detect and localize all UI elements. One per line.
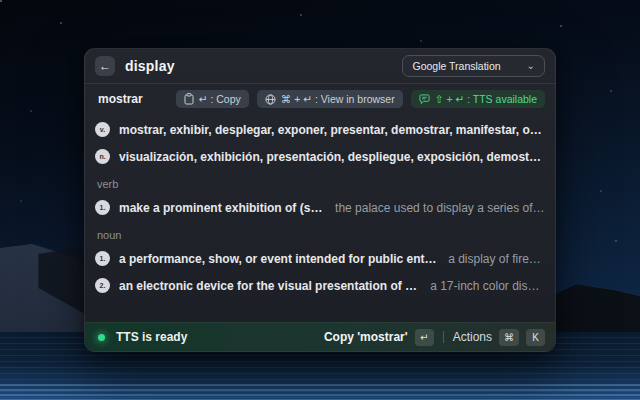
definition-example: a 17-inch color display xyxy=(430,279,545,293)
chevron-down-icon: ⌄ xyxy=(527,63,535,69)
globe-icon xyxy=(265,94,276,105)
status-bar: TTS is ready Copy 'mostrar' ↵ Actions ⌘ … xyxy=(85,322,555,351)
list-item-definition[interactable]: 1. a performance, show, or event intende… xyxy=(95,245,545,272)
footer-divider xyxy=(443,331,444,343)
footer-actions: Copy 'mostrar' ↵ Actions ⌘ K xyxy=(324,329,545,346)
k-key-badge[interactable]: K xyxy=(526,329,545,346)
list-item-definition[interactable]: 2. an electronic device for the visual p… xyxy=(95,272,545,299)
window-header: ← display Google Translation ⌄ xyxy=(85,49,555,84)
view-in-browser-label: ⌘ + ↵ : View in browser xyxy=(281,93,395,105)
definition-number-badge: 1. xyxy=(95,200,110,215)
list-item-definition[interactable]: 1. make a prominent exhibition of (somet… xyxy=(95,194,545,221)
pos-badge-noun: n. xyxy=(95,149,110,164)
definition-text: make a prominent exhibition of (somethin… xyxy=(119,201,326,215)
primary-action-label[interactable]: Copy 'mostrar' xyxy=(324,330,408,344)
query-row: mostrar ↵ : Copy ⌘ + ↵ : View in browser xyxy=(85,84,555,113)
definition-number-badge: 2. xyxy=(95,278,110,293)
tts-available-pill[interactable]: ⇧ + ↵ : TTS available xyxy=(411,90,545,108)
translation-window: ← display Google Translation ⌄ mostrar ↵… xyxy=(84,48,556,352)
back-button[interactable]: ← xyxy=(95,56,115,76)
pos-badge-verb: v. xyxy=(95,122,110,137)
clipboard-icon xyxy=(184,93,194,105)
action-pills: ↵ : Copy ⌘ + ↵ : View in browser ⇧ + xyxy=(176,90,545,108)
results-list: v. mostrar, exhibir, desplegar, exponer,… xyxy=(85,113,555,322)
definition-text: an electronic device for the visual pres… xyxy=(119,279,421,293)
copy-pill[interactable]: ↵ : Copy xyxy=(176,90,249,108)
definition-example: a display of fireworks xyxy=(448,252,545,266)
page-title: display xyxy=(125,58,175,74)
section-header-verb: verb xyxy=(95,173,545,194)
definition-example: the palace used to display a series of F… xyxy=(335,201,545,215)
back-icon: ← xyxy=(99,59,111,73)
provider-dropdown[interactable]: Google Translation ⌄ xyxy=(402,55,545,77)
translation-text: visualización, exhibición, presentación,… xyxy=(119,150,545,164)
section-header-noun: noun xyxy=(95,224,545,245)
view-in-browser-pill[interactable]: ⌘ + ↵ : View in browser xyxy=(257,90,403,108)
command-key-badge[interactable]: ⌘ xyxy=(499,329,519,346)
return-key-badge[interactable]: ↵ xyxy=(415,329,434,346)
wallpaper-stars xyxy=(0,0,2,2)
provider-dropdown-label: Google Translation xyxy=(412,60,500,72)
translation-text: mostrar, exhibir, desplegar, exponer, pr… xyxy=(119,123,545,137)
list-item-translation-noun[interactable]: n. visualización, exhibición, presentaci… xyxy=(95,143,545,170)
tts-status-dot xyxy=(98,334,105,341)
copy-pill-label: ↵ : Copy xyxy=(199,93,241,105)
list-item-translation-verb[interactable]: v. mostrar, exhibir, desplegar, exponer,… xyxy=(95,116,545,143)
speech-bubble-icon xyxy=(419,94,430,105)
actions-menu-label[interactable]: Actions xyxy=(453,330,492,344)
definition-text: a performance, show, or event intended f… xyxy=(119,252,439,266)
tts-status-text: TTS is ready xyxy=(116,330,187,344)
query-text: mostrar xyxy=(98,92,143,106)
wallpaper-shoreline xyxy=(0,384,640,400)
definition-number-badge: 1. xyxy=(95,251,110,266)
tts-available-label: ⇧ + ↵ : TTS available xyxy=(435,93,537,105)
